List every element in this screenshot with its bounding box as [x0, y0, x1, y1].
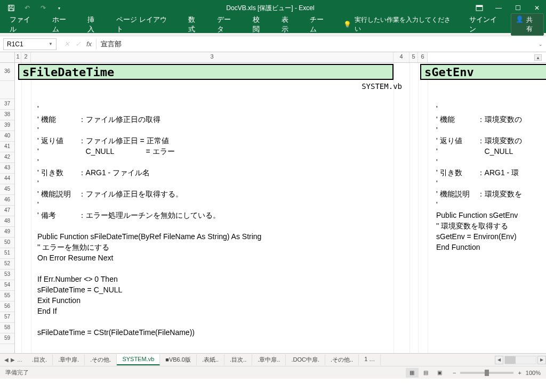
row-header[interactable]: 36: [0, 63, 14, 81]
col-header[interactable]: 5: [410, 52, 418, 62]
code-line[interactable]: ' 備考 ：エラー処理ルーチンを無効にしている。: [37, 211, 261, 222]
view-normal-button[interactable]: ▦: [406, 368, 419, 378]
code-line[interactable]: [37, 222, 261, 232]
select-all-corner[interactable]: [0, 52, 15, 62]
hscroll-left[interactable]: ◀: [495, 356, 503, 364]
code-line[interactable]: ': [37, 179, 261, 190]
tab-data[interactable]: データ: [210, 12, 245, 37]
formula-input[interactable]: 宣言部: [97, 39, 535, 49]
row-header[interactable]: 51: [0, 248, 14, 259]
code-line[interactable]: Public Function sGetEnv: [436, 211, 522, 222]
undo-button[interactable]: ↶: [20, 2, 34, 14]
cancel-formula-icon[interactable]: ✕: [64, 40, 70, 48]
hscroll-right[interactable]: ▶: [537, 356, 546, 364]
code-line[interactable]: [37, 264, 261, 275]
code-line[interactable]: ': [37, 158, 261, 168]
tab-team[interactable]: チーム: [302, 12, 338, 37]
code-line[interactable]: ' 引き数 ：ARG1 - ファイル名: [37, 168, 261, 179]
code-line[interactable]: ': [436, 126, 522, 136]
name-box[interactable]: R1C1 ▼: [3, 38, 57, 50]
redo-button[interactable]: ↷: [36, 2, 50, 14]
code-line[interactable]: ': [436, 200, 522, 211]
sheet-tab[interactable]: .表紙..: [197, 354, 224, 365]
row-header[interactable]: 52: [0, 259, 14, 270]
code-line[interactable]: sFileDateTime = CStr(FileDateTime(FileNa…: [37, 328, 261, 339]
row-header[interactable]: 42: [0, 152, 14, 163]
sheet-tab[interactable]: .目次.: [27, 354, 53, 365]
row-header[interactable]: 46: [0, 195, 14, 206]
section-title-right[interactable]: sGetEnv: [420, 64, 546, 80]
code-line[interactable]: If Err.Number <> 0 Then: [37, 275, 261, 285]
code-line[interactable]: ': [37, 104, 261, 115]
tab-view[interactable]: 表示: [274, 12, 303, 37]
sheet-tab[interactable]: .章中扉..: [252, 354, 286, 365]
row-header[interactable]: 48: [0, 216, 14, 227]
tab-home[interactable]: ホーム: [45, 12, 81, 37]
code-line[interactable]: ' 機能 ：ファイル修正日の取得: [37, 115, 261, 126]
row-header[interactable]: 53: [0, 270, 14, 280]
tab-file[interactable]: ファイル: [2, 12, 45, 37]
col-header[interactable]: 2: [21, 52, 31, 62]
share-button[interactable]: 👤共有: [511, 13, 544, 36]
zoom-slider[interactable]: [460, 372, 513, 374]
code-line[interactable]: ': [436, 104, 522, 115]
code-line[interactable]: ' 返り値 ：ファイル修正日 = 正常値: [37, 136, 261, 147]
sheet-tab[interactable]: SYSTEM.vb: [117, 354, 160, 365]
code-line[interactable]: ' 機能説明 ：ファイル修正日を取得する。: [37, 190, 261, 200]
row-header[interactable]: 43: [0, 163, 14, 174]
col-header[interactable]: 6: [418, 52, 428, 62]
col-header[interactable]: 4: [394, 52, 410, 62]
code-line[interactable]: On Error Resume Next: [37, 254, 261, 264]
row-header[interactable]: 54: [0, 280, 14, 291]
row-header[interactable]: 40: [0, 131, 14, 142]
row-header[interactable]: 44: [0, 174, 14, 184]
row-header[interactable]: 38: [0, 110, 14, 120]
tab-nav-more[interactable]: …: [17, 357, 22, 363]
expand-formula-icon[interactable]: ⌄: [535, 42, 546, 47]
code-line[interactable]: [436, 94, 522, 104]
scroll-up-button[interactable]: ▲: [534, 54, 542, 61]
sheet-tab[interactable]: .章中扉.: [53, 354, 85, 365]
sheet-tab[interactable]: .DOC中扉.: [286, 354, 325, 365]
row-header[interactable]: 37: [0, 99, 14, 110]
zoom-in-button[interactable]: +: [518, 370, 521, 376]
code-line[interactable]: '' 環境変数を取得する: [436, 222, 522, 232]
code-line[interactable]: ' C_NULL = エラー: [37, 147, 261, 158]
code-line[interactable]: ': [37, 200, 261, 211]
tellme-search[interactable]: 💡実行したい作業を入力してください: [338, 12, 462, 37]
code-line[interactable]: [37, 317, 261, 328]
fx-icon[interactable]: fx: [86, 40, 92, 48]
code-line[interactable]: [37, 94, 261, 104]
tab-insert[interactable]: 挿入: [80, 12, 109, 37]
code-line[interactable]: ' 機能 ：環境変数の: [436, 115, 522, 126]
row-header[interactable]: 39: [0, 120, 14, 131]
code-line[interactable]: ' 返り値 ：環境変数の: [436, 136, 522, 147]
hscroll-track[interactable]: [504, 356, 536, 364]
code-line[interactable]: End If: [37, 307, 261, 317]
code-line[interactable]: Public Function sFileDateTime(ByRef File…: [37, 232, 261, 243]
code-line[interactable]: '' エラーを無効にする: [37, 243, 261, 254]
sheet-tab[interactable]: 1 …: [359, 354, 381, 365]
code-line[interactable]: ': [436, 158, 522, 168]
code-line[interactable]: sGetEnv = Environ(Env): [436, 232, 522, 243]
view-pagebreak-button[interactable]: ▣: [433, 368, 446, 378]
row-header[interactable]: 58: [0, 323, 14, 333]
col-header[interactable]: 1: [15, 52, 21, 62]
code-line[interactable]: ' C_NULL: [436, 147, 522, 158]
row-header[interactable]: [0, 81, 14, 99]
sheet-tab[interactable]: .その他.: [85, 354, 117, 365]
code-line[interactable]: Exit Function: [37, 296, 261, 307]
row-header[interactable]: 55: [0, 291, 14, 301]
code-line[interactable]: sFileDateTime = C_NULL: [37, 285, 261, 296]
code-line[interactable]: ': [436, 179, 522, 190]
sheet-tab[interactable]: .その他..: [325, 354, 359, 365]
row-header[interactable]: 50: [0, 238, 14, 248]
tab-nav-next[interactable]: ▶: [11, 357, 15, 363]
sheet-tab[interactable]: ■VB6.0版: [160, 354, 197, 365]
row-header[interactable]: 47: [0, 206, 14, 216]
code-line[interactable]: ' 機能説明 ：環境変数を: [436, 190, 522, 200]
col-header[interactable]: 3: [31, 52, 394, 62]
sheet-tab[interactable]: .目次..: [224, 354, 252, 365]
code-line[interactable]: ': [37, 126, 261, 136]
view-pagelayout-button[interactable]: ▤: [420, 368, 432, 378]
